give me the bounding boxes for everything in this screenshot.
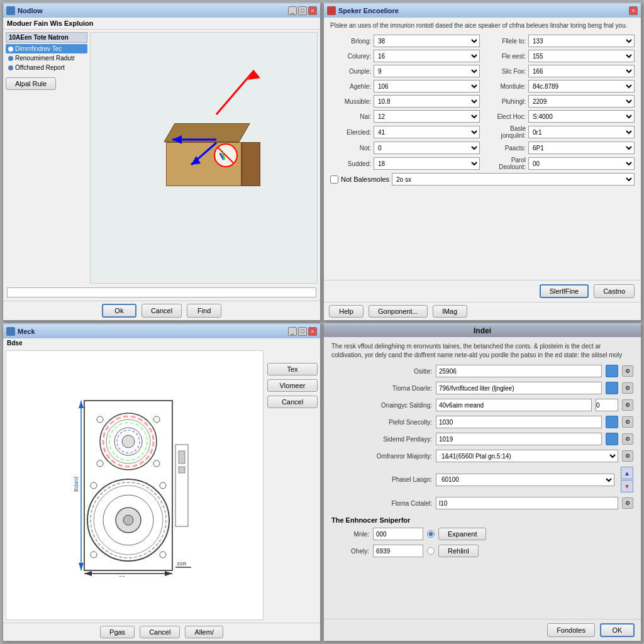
form-row-9: Pluhingl: 2209 bbox=[485, 95, 635, 108]
index-field-6: Phasel Laogn: 60100 ▲ ▼ bbox=[331, 467, 633, 492]
index-small-btn-4[interactable]: ⚙ bbox=[622, 433, 633, 445]
field-label-12: Elercled: bbox=[330, 129, 371, 136]
field-select-5[interactable]: 166 bbox=[528, 65, 635, 77]
test-btn[interactable]: Tex bbox=[267, 363, 318, 375]
cancel-meck-footer-btn[interactable]: Cancel bbox=[140, 626, 180, 638]
field-label-3: Fle eest: bbox=[485, 53, 526, 60]
field-select-10[interactable]: 12 bbox=[374, 110, 480, 123]
find-btn[interactable]: Find bbox=[187, 304, 221, 318]
field-select-15[interactable]: 6P1 bbox=[528, 142, 635, 154]
field-label-4: Ounple: bbox=[330, 68, 371, 75]
index-select-5[interactable]: 1&41(6560l Ptal gn.5:14) bbox=[436, 450, 618, 462]
sidebar-item-1[interactable]: Renoumiment Radutr bbox=[6, 53, 87, 63]
field-label-9: Pluhingl: bbox=[485, 98, 526, 105]
box-front bbox=[166, 142, 242, 186]
form-row-6: Agehle: 106 bbox=[330, 80, 480, 92]
minimize-btn[interactable]: _ bbox=[288, 6, 297, 15]
sub-btn-1[interactable]: Rehlinl bbox=[438, 545, 479, 557]
base-label: Bdse bbox=[3, 338, 320, 348]
search-bar[interactable] bbox=[7, 287, 316, 297]
index-small-btn-7[interactable]: ⚙ bbox=[622, 497, 633, 509]
svg-point-22 bbox=[153, 460, 160, 467]
svg-text:Bdard: Bdard bbox=[73, 476, 79, 491]
field-select-8[interactable]: 10.8 bbox=[374, 95, 480, 108]
maximize-btn[interactable]: □ bbox=[298, 6, 307, 15]
index-blue-btn-0[interactable] bbox=[606, 365, 618, 377]
index-small-btn-2[interactable]: ⚙ bbox=[622, 399, 633, 411]
svg-point-27 bbox=[123, 515, 133, 525]
field-select-12[interactable]: 41 bbox=[374, 126, 480, 138]
apply-rule-btn[interactable]: Alpal Rule bbox=[6, 77, 56, 90]
svg-point-30 bbox=[160, 482, 166, 489]
meck-min-btn[interactable]: _ bbox=[288, 327, 297, 336]
field-select-14[interactable]: 0 bbox=[374, 142, 480, 154]
field-label-1: Fllele to: bbox=[485, 38, 526, 45]
index-small-btn-1[interactable]: ⚙ bbox=[622, 382, 633, 394]
sidebar-item-2[interactable]: Offchaned Report bbox=[6, 63, 87, 72]
field-select-2[interactable]: 16 bbox=[374, 50, 480, 62]
index-input-3[interactable] bbox=[436, 416, 602, 428]
field-select-0[interactable]: 38 bbox=[374, 35, 480, 47]
index-input-4[interactable] bbox=[436, 433, 602, 445]
index-input-1[interactable] bbox=[436, 382, 602, 394]
sub-btn-0[interactable]: Expanent bbox=[438, 528, 486, 540]
field-select-3[interactable]: 155 bbox=[528, 50, 635, 62]
start-btn[interactable]: SlerlfFine bbox=[540, 284, 589, 298]
field-select-6[interactable]: 106 bbox=[374, 80, 480, 92]
radio-1[interactable] bbox=[427, 547, 435, 555]
index-input-7[interactable] bbox=[436, 497, 618, 509]
field-label-11: Elect Hoc: bbox=[485, 113, 526, 120]
ok-btn[interactable]: Ok bbox=[102, 304, 136, 318]
field-select-4[interactable]: 9 bbox=[374, 65, 480, 77]
index-blue-btn-1[interactable] bbox=[606, 382, 618, 394]
index-small-btn-3[interactable]: ⚙ bbox=[622, 416, 633, 428]
index-small-btn-0[interactable]: ⚙ bbox=[622, 365, 633, 377]
subtitle: Moduer Fain Wis Expluion bbox=[3, 18, 320, 30]
index-description: The resk vffout delinghiing m eronvunts … bbox=[331, 342, 633, 360]
ok-index-btn[interactable]: OK bbox=[600, 623, 635, 637]
index-body: The resk vffout delinghiing m eronvunts … bbox=[324, 337, 641, 619]
meck-close-btn[interactable]: × bbox=[308, 327, 317, 336]
field-select-1[interactable]: 133 bbox=[528, 35, 635, 47]
not-balesmoles-checkbox[interactable] bbox=[330, 175, 338, 184]
help-btn[interactable]: Help bbox=[329, 305, 364, 318]
fondotes-btn[interactable]: Fondotes bbox=[547, 623, 595, 637]
index-blue-btn-4[interactable] bbox=[606, 433, 618, 445]
svg-marker-41 bbox=[84, 571, 92, 576]
component-btn[interactable]: Gonponent... bbox=[369, 305, 428, 318]
index-input-0[interactable] bbox=[436, 365, 602, 377]
sub-input-1[interactable] bbox=[373, 545, 423, 557]
cancel-meck-btn[interactable]: Cancel bbox=[267, 396, 318, 408]
image-btn[interactable]: lMag bbox=[433, 305, 467, 318]
index-section-title: The Enhnocer Sniperfor bbox=[331, 516, 633, 524]
field-select-13[interactable]: 0r1 bbox=[528, 126, 635, 138]
sub-input-0[interactable] bbox=[373, 528, 423, 540]
form-row-2: Colurey: 16 bbox=[330, 50, 480, 62]
sub-label-1: Ohely: bbox=[331, 548, 369, 555]
cancel-btn[interactable]: Cancel bbox=[142, 304, 182, 318]
meck-max-btn[interactable]: □ bbox=[298, 327, 307, 336]
field-select-16[interactable]: 18 bbox=[374, 157, 480, 170]
speaker-close-btn[interactable]: × bbox=[629, 6, 638, 15]
print-btn[interactable]: Pgas bbox=[100, 626, 135, 638]
field-select-11[interactable]: S:4000 bbox=[528, 110, 635, 123]
volume-btn[interactable]: Vlomeer bbox=[267, 379, 318, 392]
index-input-2[interactable] bbox=[436, 399, 592, 411]
sidebar-item-0[interactable]: Dimmfindrev Tec bbox=[6, 44, 87, 53]
index-select-6[interactable]: 60100 bbox=[436, 474, 614, 486]
cancel-speaker-btn[interactable]: Castno bbox=[594, 284, 635, 298]
radio-0[interactable] bbox=[427, 530, 435, 538]
index-blue-btn-3[interactable] bbox=[606, 416, 618, 428]
field-select-17[interactable]: 00 bbox=[528, 157, 635, 170]
form-row-3: Fle eest: 155 bbox=[485, 50, 635, 62]
field-select-9[interactable]: 2209 bbox=[528, 95, 635, 108]
field-label-6: Agehle: bbox=[330, 83, 371, 90]
close-btn[interactable]: × bbox=[308, 6, 317, 15]
index-small-btn-5[interactable]: ⚙ bbox=[622, 450, 633, 462]
index-counter-2[interactable] bbox=[596, 399, 618, 411]
field-select-7[interactable]: 84c.8789 bbox=[528, 80, 635, 92]
nav-down-arrow[interactable]: ▼ bbox=[621, 480, 633, 492]
nav-up-arrow[interactable]: ▲ bbox=[621, 467, 633, 479]
checkbox-select[interactable]: 2o sx bbox=[392, 173, 635, 186]
all-btn[interactable]: Allem/ bbox=[185, 626, 223, 638]
